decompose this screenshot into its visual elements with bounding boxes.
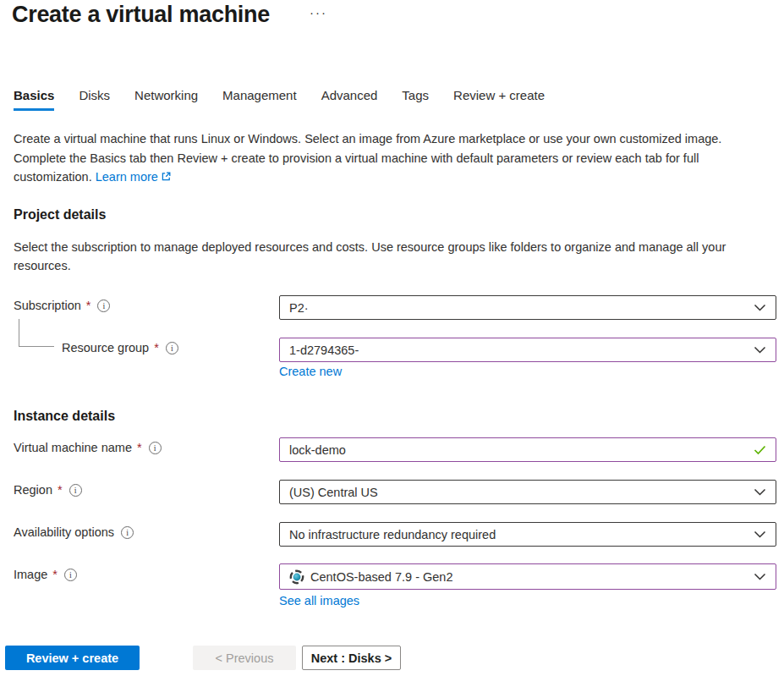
tab-tags[interactable]: Tags [402,88,429,111]
image-label: Image* [14,568,77,581]
external-link-icon [161,168,172,188]
tab-management[interactable]: Management [222,88,297,111]
tab-basics[interactable]: Basics [14,88,54,111]
info-icon[interactable] [121,526,134,539]
valid-check-icon [754,445,766,455]
info-icon[interactable] [64,569,77,581]
create-new-link[interactable]: Create new [279,365,342,378]
subscription-dropdown[interactable]: P2· [279,295,776,320]
next-disks-button[interactable]: Next : Disks > [302,646,401,670]
chevron-down-icon [754,530,766,538]
availability-options-label: Availability options [14,525,134,539]
required-asterisk: * [58,483,63,497]
info-icon[interactable] [166,342,178,354]
info-icon[interactable] [97,300,110,312]
instance-details-heading: Instance details [14,409,115,424]
availability-options-dropdown[interactable]: No infrastructure redundancy required [279,522,776,547]
learn-more-link[interactable]: Learn more [96,170,158,184]
resource-group-label: Resource group* [62,341,178,354]
vm-name-input[interactable] [289,443,747,457]
required-asterisk: * [137,441,142,454]
chevron-down-icon [754,346,766,354]
tab-advanced[interactable]: Advanced [321,88,378,111]
page-title: Create a virtual machine [12,2,270,28]
required-asterisk: * [52,568,58,581]
project-details-heading: Project details [14,207,106,223]
info-icon[interactable] [149,442,162,454]
vm-name-field-wrapper [279,437,776,462]
tab-review-create[interactable]: Review + create [453,88,545,111]
chevron-down-icon [754,304,766,311]
subscription-label: Subscription* [14,299,110,312]
intro-paragraph: Create a virtual machine that runs Linux… [14,129,776,188]
centos-icon [289,569,304,585]
vm-name-label: Virtual machine name* [14,441,162,454]
project-details-description: Select the subscription to manage deploy… [14,238,779,275]
chevron-down-icon [754,573,766,580]
resource-group-value: 1-d2794365- [289,343,747,357]
more-options-button[interactable]: ··· [310,5,327,19]
review-create-button[interactable]: Review + create [5,646,140,670]
info-icon[interactable] [69,484,82,497]
tab-networking[interactable]: Networking [134,88,198,111]
required-asterisk: * [154,341,159,354]
previous-button[interactable]: < Previous [193,646,296,670]
tab-disks[interactable]: Disks [79,88,110,111]
create-vm-page: Create a virtual machine ··· Basics Disk… [0,0,784,676]
image-dropdown[interactable]: CentOS-based 7.9 - Gen2 [279,563,776,590]
parent-child-connector-line [19,319,54,347]
region-value: (US) Central US [289,486,747,499]
see-all-images-link[interactable]: See all images [279,594,359,607]
image-value: CentOS-based 7.9 - Gen2 [310,570,747,584]
region-label: Region* [14,483,82,497]
subscription-value: P2· [289,301,747,315]
region-dropdown[interactable]: (US) Central US [279,480,776,504]
tab-bar: Basics Disks Networking Management Advan… [14,88,545,111]
resource-group-dropdown[interactable]: 1-d2794365- [279,338,776,362]
chevron-down-icon [754,488,766,496]
availability-options-value: No infrastructure redundancy required [289,528,747,541]
required-asterisk: * [86,299,91,312]
